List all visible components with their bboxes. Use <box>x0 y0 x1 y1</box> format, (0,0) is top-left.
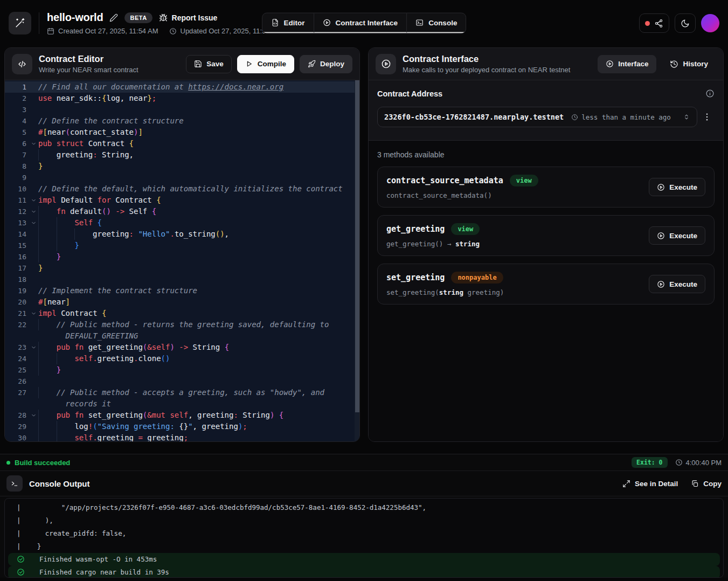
info-icon[interactable] <box>705 89 715 98</box>
copy-button[interactable]: Copy <box>691 480 722 488</box>
line-number: 30 <box>5 432 29 441</box>
line-number: 5 <box>5 127 29 138</box>
fold-gutter <box>29 127 38 138</box>
status-dot <box>6 461 10 465</box>
code-line: 12fn default() -> Self { <box>5 206 359 217</box>
fold-gutter <box>29 330 38 342</box>
history-tab-button[interactable]: History <box>662 55 716 73</box>
clock-icon <box>169 27 177 35</box>
compile-button[interactable]: Compile <box>237 55 294 73</box>
code-line: 14greeting: "Hello".to_string(), <box>5 229 359 240</box>
edit-title-icon[interactable] <box>109 13 118 22</box>
line-number: 10 <box>5 183 29 195</box>
line-number: 21 <box>5 308 29 319</box>
history-icon <box>670 60 678 68</box>
method-badge: view <box>451 223 480 235</box>
expand-icon <box>622 480 630 488</box>
line-number: 20 <box>5 296 29 308</box>
see-in-detail-button[interactable]: See in Detail <box>622 480 678 488</box>
fold-gutter <box>29 104 38 115</box>
code-line: 6pub struct Contract { <box>5 138 359 149</box>
terminal-chip <box>6 475 23 492</box>
line-number: 24 <box>5 353 29 364</box>
build-time: 4:00:40 PM <box>675 459 722 467</box>
fold-chevron-icon[interactable] <box>29 217 38 229</box>
theme-toggle-button[interactable] <box>675 13 696 33</box>
user-avatar[interactable] <box>701 14 719 32</box>
contract-address-value: 2326f0-cb53ce-1762821487.nearplay.testne… <box>384 113 564 121</box>
code-line: 11impl Default for Contract { <box>5 195 359 206</box>
code-line: 5#[near(contract_state)] <box>5 127 359 138</box>
fold-gutter <box>29 421 38 432</box>
save-button[interactable]: Save <box>186 55 232 73</box>
code-line: 15} <box>5 240 359 251</box>
fold-chevron-icon[interactable] <box>29 206 38 217</box>
deploy-button[interactable]: Deploy <box>300 55 352 73</box>
line-number: 19 <box>5 285 29 296</box>
code-line: 17} <box>5 262 359 274</box>
line-number: 2 <box>5 93 29 104</box>
fold-chevron-icon[interactable] <box>29 410 38 421</box>
interface-panel-subtitle: Make calls to your deployed contract on … <box>403 66 570 74</box>
address-menu-button[interactable] <box>699 107 715 127</box>
fold-chevron-icon[interactable] <box>29 308 38 319</box>
code-editor[interactable]: 1// Find all our documentation at https:… <box>5 80 359 441</box>
code-line: DEFAULT_GREETING <box>5 330 359 342</box>
fold-gutter <box>29 183 38 195</box>
line-number: 27 <box>5 387 29 398</box>
play-circle-icon <box>381 59 391 69</box>
fold-gutter <box>29 240 38 251</box>
console-line: | create_pidfd: false, <box>5 527 723 540</box>
method-name: get_greeting <box>386 224 445 234</box>
file-code-icon <box>271 19 279 27</box>
tab-editor[interactable]: Editor <box>262 13 314 33</box>
report-issue-button[interactable]: Report Issue <box>159 13 218 22</box>
contract-address-age: less than a minute ago <box>571 113 671 121</box>
methods-section: 3 methods available contract_source_meta… <box>369 141 723 441</box>
line-number: 17 <box>5 262 29 274</box>
fold-gutter <box>29 353 38 364</box>
contract-address-label: Contract Address <box>377 89 442 98</box>
line-number: 22 <box>5 319 29 330</box>
check-circle-icon <box>17 568 25 576</box>
created-date: Created Oct 27, 2025, 11:54 AM <box>47 27 158 35</box>
execute-button[interactable]: Execute <box>649 275 705 293</box>
fold-chevron-icon[interactable] <box>29 195 38 206</box>
fold-chevron-icon[interactable] <box>29 342 38 353</box>
line-number: 28 <box>5 410 29 421</box>
app-logo[interactable] <box>9 12 31 34</box>
line-number: 3 <box>5 104 29 115</box>
fold-gutter <box>29 376 38 387</box>
fold-chevron-icon[interactable] <box>29 138 38 149</box>
tab-contract-interface[interactable]: Contract Interface <box>314 13 407 33</box>
code-line: 29log!("Saving greeting: {}", greeting); <box>5 421 359 432</box>
method-card-set_greeting: set_greetingnonpayableset_greeting(strin… <box>377 264 715 305</box>
fold-gutter <box>29 251 38 262</box>
fold-gutter <box>29 229 38 240</box>
code-line: 24self.greeting.clone() <box>5 353 359 364</box>
share-button[interactable] <box>639 13 669 33</box>
divider <box>39 12 39 34</box>
code-line: 20#[near] <box>5 296 359 308</box>
share-icon <box>654 19 663 28</box>
execute-button[interactable]: Execute <box>649 178 705 196</box>
editor-scrollbar-thumb[interactable] <box>355 80 359 412</box>
console-output-body[interactable]: | "/app/projects/2326f07f-e950-4687-a3c6… <box>4 498 724 578</box>
fold-gutter <box>29 274 38 285</box>
code-line: 21impl Contract { <box>5 308 359 319</box>
tab-console[interactable]: Console <box>407 13 466 33</box>
console-line: | } <box>5 540 723 553</box>
line-number: 29 <box>5 421 29 432</box>
contract-address-select[interactable]: 2326f0-cb53ce-1762821487.nearplay.testne… <box>377 107 697 127</box>
code-line: 19// Implement the contract structure <box>5 285 359 296</box>
code-line: 10// Define the default, which automatic… <box>5 183 359 195</box>
method-card-contract_source_metadata: contract_source_metadataviewcontract_sou… <box>377 167 715 208</box>
notification-dot <box>645 21 650 26</box>
line-number: 18 <box>5 274 29 285</box>
contract-editor-panel: Contract Editor Write your NEAR smart co… <box>4 47 360 442</box>
interface-tab-button[interactable]: Interface <box>598 55 656 73</box>
line-number: 25 <box>5 364 29 376</box>
play-circle-icon <box>657 183 665 191</box>
execute-button[interactable]: Execute <box>649 226 705 245</box>
line-number: 11 <box>5 195 29 206</box>
